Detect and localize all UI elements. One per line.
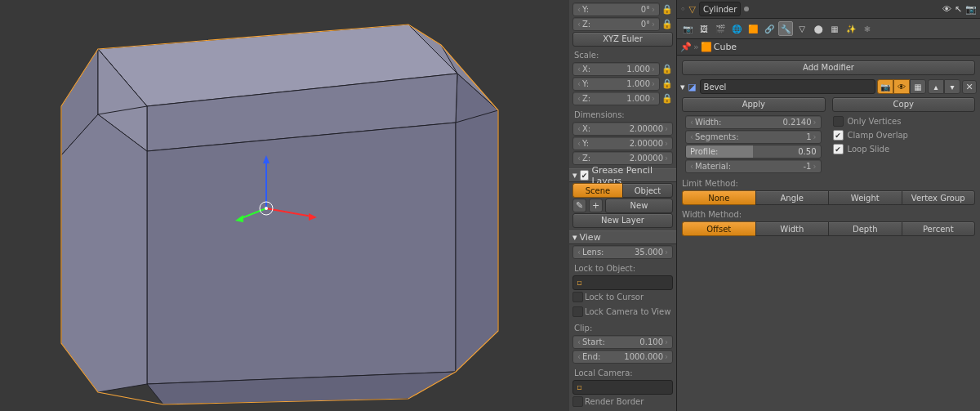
limit-angle[interactable]: Angle — [755, 190, 829, 205]
scene-tab-icon[interactable]: 🎬 — [713, 21, 728, 36]
particles-tab-icon[interactable]: ✨ — [844, 21, 858, 36]
n-panel: Y:0°🔒 Z:0°🔒 XYZ Euler Scale: X:1.000🔒 Y:… — [569, 0, 677, 411]
camera-render-icon[interactable]: 📷 — [965, 4, 977, 15]
gpl-object-tab[interactable]: Object — [622, 183, 673, 198]
mod-movedown-icon[interactable]: ▾ — [944, 79, 960, 94]
wm-width[interactable]: Width — [755, 221, 829, 236]
lock-camera-check[interactable] — [572, 306, 583, 317]
scale-y-field[interactable]: Y:1.000 — [572, 77, 660, 91]
segments-field[interactable]: Segments:1 — [685, 130, 822, 144]
viewport-3d[interactable] — [0, 0, 569, 411]
mod-delete-icon[interactable]: ✕ — [962, 80, 977, 94]
lock-icon[interactable]: 🔒 — [662, 17, 673, 31]
gpl-newlayer-btn[interactable]: New Layer — [572, 213, 673, 228]
apply-btn[interactable]: Apply — [682, 97, 826, 112]
outliner-row: ◦ ▽ Cylinder 👁 ↖ 📷 — [677, 0, 980, 19]
lock-object-id[interactable]: ▫ — [572, 275, 673, 290]
svg-marker-9 — [61, 114, 147, 392]
lens-field[interactable]: Lens:35.000 — [572, 245, 673, 259]
local-camera-id[interactable]: ▫ — [572, 380, 673, 395]
rotation-mode-dropdown[interactable]: XYZ Euler — [572, 32, 673, 47]
scale-z-field[interactable]: Z:1.000 — [572, 92, 660, 105]
only-vertices-check[interactable] — [833, 116, 844, 127]
modifiers-tab-icon[interactable]: 🔧 — [778, 21, 793, 36]
data-tab-icon[interactable]: ▽ — [795, 21, 809, 36]
render-tab-icon[interactable]: 📷 — [680, 21, 695, 36]
material-field[interactable]: Material:-1 — [685, 159, 822, 173]
lock-to-object-label: Lock to Object: — [569, 260, 676, 275]
scale-x-field[interactable]: X:1.000 — [572, 62, 660, 76]
clamp-overlap-check[interactable]: ✔ — [833, 130, 844, 141]
mesh-icon: ▽ — [689, 4, 696, 15]
scale-header: Scale: — [569, 47, 676, 61]
dim-x-field[interactable]: X:2.00000 — [572, 122, 673, 136]
limit-method-label: Limit Method: — [677, 175, 980, 190]
mod-display-icon[interactable]: 👁 — [893, 79, 910, 94]
lock-icon[interactable]: 🔒 — [662, 62, 673, 76]
material-tab-icon[interactable]: ⬤ — [811, 21, 826, 36]
dimensions-header: Dimensions: — [569, 106, 676, 121]
lock-cursor-check[interactable] — [572, 292, 583, 302]
cube-icon: 🟧 — [701, 42, 712, 52]
clip-start-field[interactable]: Start:0.100 — [572, 335, 673, 349]
mod-editmode-icon[interactable]: ▦ — [910, 79, 926, 94]
constraints-tab-icon[interactable]: 🔗 — [762, 21, 777, 36]
clip-end-field[interactable]: End:1000.000 — [572, 350, 673, 364]
view-panel-header[interactable]: ▾View — [569, 230, 676, 244]
properties-context-tabs: 📷 🖼 🎬 🌐 🟧 🔗 🔧 ▽ ⬤ ▦ ✨ ⚛ — [677, 19, 980, 38]
svg-marker-4 — [147, 123, 456, 384]
mod-moveup-icon[interactable]: ▴ — [928, 79, 944, 94]
svg-point-19 — [265, 207, 268, 210]
modifier-name-input[interactable]: Bevel — [700, 79, 875, 94]
local-camera-label: Local Camera: — [569, 364, 676, 379]
mod-render-icon[interactable]: 📷 — [877, 79, 893, 94]
gpl-enable-check[interactable]: ✔ — [580, 170, 590, 181]
world-tab-icon[interactable]: 🌐 — [729, 21, 744, 36]
dim-y-field[interactable]: Y:2.00000 — [572, 136, 673, 150]
width-field[interactable]: Width:0.2140 — [685, 115, 822, 129]
pin-icon[interactable]: 📌 — [680, 42, 692, 52]
mod-collapse-tri[interactable]: ▾ — [680, 82, 685, 92]
limit-vgroup[interactable]: Vertex Group — [902, 190, 976, 205]
cursor-icon[interactable]: ↖ — [955, 4, 962, 15]
clip-label: Clip: — [569, 319, 676, 334]
physics-tab-icon[interactable]: ⚛ — [860, 21, 875, 36]
svg-marker-6 — [456, 110, 498, 372]
bevel-modifier-icon: ◪ — [687, 81, 698, 92]
render-border-check[interactable] — [572, 396, 583, 407]
properties-panel: ◦ ▽ Cylinder 👁 ↖ 📷 📷 🖼 🎬 🌐 🟧 🔗 🔧 ▽ ⬤ ▦ ✨… — [677, 0, 980, 411]
eye-icon[interactable]: 👁 — [942, 4, 951, 15]
object-tab-icon[interactable]: 🟧 — [746, 21, 760, 36]
texture-tab-icon[interactable]: ▦ — [827, 21, 842, 36]
lock-icon[interactable]: 🔒 — [662, 92, 673, 105]
width-method-label: Width Method: — [677, 206, 980, 221]
wm-percent[interactable]: Percent — [902, 221, 976, 236]
wm-offset[interactable]: Offset — [682, 221, 755, 236]
rot-y-field[interactable]: Y:0° — [572, 2, 660, 16]
limit-none[interactable]: None — [682, 190, 755, 205]
gpl-new-btn[interactable]: New — [605, 199, 673, 213]
limit-weight[interactable]: Weight — [828, 190, 902, 205]
plus-icon[interactable]: + — [589, 199, 603, 212]
profile-slider[interactable]: Profile:0.50 — [685, 145, 822, 159]
rot-z-field[interactable]: Z:0° — [572, 17, 660, 31]
outliner-item[interactable]: Cylinder — [699, 2, 741, 16]
lock-icon[interactable]: 🔒 — [662, 77, 673, 91]
context-name: Cube — [714, 42, 737, 52]
gpl-panel-header[interactable]: ▾✔Grease Pencil Layers — [569, 168, 676, 182]
pencil-icon[interactable]: ✎ — [572, 199, 586, 212]
loop-slide-check[interactable]: ✔ — [833, 144, 844, 154]
dim-z-field[interactable]: Z:2.00000 — [572, 151, 673, 165]
lock-icon[interactable]: 🔒 — [662, 2, 673, 16]
dot-icon — [744, 7, 749, 11]
copy-btn[interactable]: Copy — [832, 97, 976, 112]
gpl-scene-tab[interactable]: Scene — [572, 183, 622, 198]
wm-depth[interactable]: Depth — [828, 221, 902, 236]
add-modifier-btn[interactable]: Add Modifier — [682, 60, 975, 75]
layers-tab-icon[interactable]: 🖼 — [697, 21, 711, 36]
